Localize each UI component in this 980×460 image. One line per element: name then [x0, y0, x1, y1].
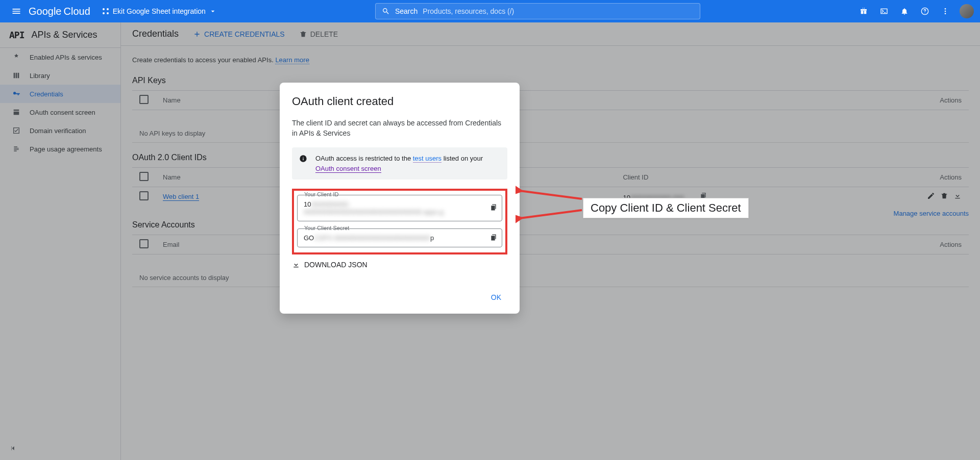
- google-cloud-logo[interactable]: Google Cloud: [29, 6, 90, 17]
- svg-point-2: [103, 12, 105, 14]
- project-selector[interactable]: Ekit Google Sheet integration: [97, 5, 221, 17]
- svg-point-7: [945, 13, 946, 14]
- client-id-field: Your Client ID 100000000000-000000000000…: [297, 195, 502, 221]
- annotation-label: Copy Client ID & Client Secret: [583, 198, 749, 218]
- client-id-value[interactable]: 100000000000-000000000000000000000000000…: [297, 195, 502, 221]
- gift-button[interactable]: [854, 2, 873, 20]
- project-name: Ekit Google Sheet integration: [113, 7, 206, 15]
- client-secret-value[interactable]: GOCSPX-00000000000000000000000000p: [297, 228, 502, 247]
- help-icon: [921, 7, 929, 15]
- copy-client-secret-button[interactable]: [489, 233, 498, 243]
- search-icon: [382, 7, 390, 15]
- notifications-button[interactable]: [895, 2, 914, 20]
- dialog-title: OAuth client created: [292, 95, 507, 108]
- cloud-shell-button[interactable]: [875, 2, 893, 20]
- copy-client-id-button[interactable]: [489, 203, 498, 213]
- credentials-highlight: Your Client ID 100000000000-000000000000…: [292, 189, 507, 254]
- logo-google: Google: [29, 6, 62, 17]
- ok-button[interactable]: OK: [485, 289, 507, 305]
- user-avatar[interactable]: [960, 4, 974, 18]
- search-input[interactable]: [423, 7, 694, 15]
- logo-cloud: Cloud: [64, 6, 90, 17]
- search-box[interactable]: Search: [375, 3, 700, 19]
- header-actions: [854, 2, 974, 20]
- svg-point-6: [945, 11, 946, 12]
- dialog-description: The client ID and secret can always be a…: [292, 118, 507, 138]
- download-json-button[interactable]: DOWNLOAD JSON: [292, 261, 507, 269]
- hamburger-menu-button[interactable]: [6, 1, 27, 21]
- test-users-link[interactable]: test users: [413, 155, 442, 163]
- download-icon: [292, 261, 300, 269]
- info-icon: [299, 155, 307, 173]
- svg-point-5: [945, 8, 946, 10]
- svg-point-3: [107, 12, 109, 14]
- client-secret-field: Your Client Secret GOCSPX-00000000000000…: [297, 228, 502, 247]
- help-button[interactable]: [916, 2, 934, 20]
- copy-icon: [489, 203, 498, 212]
- gift-icon: [860, 7, 868, 15]
- project-icon: [102, 7, 110, 15]
- terminal-icon: [880, 7, 888, 15]
- consent-screen-link[interactable]: OAuth consent screen: [315, 165, 381, 173]
- app-header: Google Cloud Ekit Google Sheet integrati…: [0, 0, 980, 22]
- chevron-down-icon: [209, 7, 217, 15]
- svg-point-0: [103, 8, 105, 10]
- oauth-created-dialog: OAuth client created The client ID and s…: [280, 83, 520, 314]
- bell-icon: [900, 7, 909, 15]
- info-box: OAuth access is restricted to the test u…: [292, 147, 507, 180]
- more-button[interactable]: [936, 2, 954, 20]
- search-label: Search: [395, 7, 418, 15]
- more-vert-icon: [941, 7, 949, 15]
- menu-icon: [11, 6, 21, 16]
- svg-point-1: [107, 8, 109, 10]
- copy-icon: [489, 233, 498, 241]
